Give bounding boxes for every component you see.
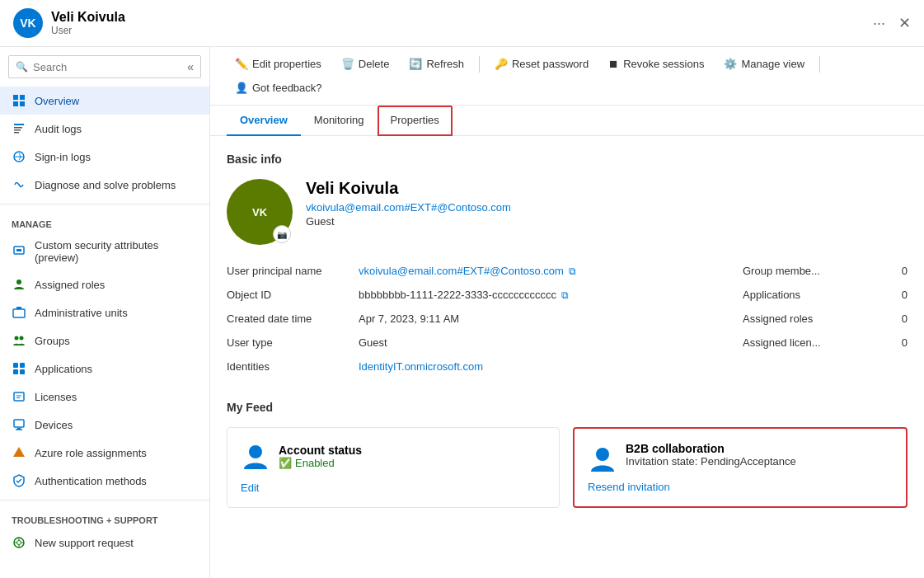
auth-icon: [12, 473, 26, 488]
identities-value: IdentityIT.onmicrosoft.com: [359, 360, 483, 373]
content-area: ✏️ Edit properties 🗑️ Delete 🔄 Refresh 🔑…: [210, 47, 924, 578]
stat-licenses: Assigned licen... 0: [743, 336, 908, 349]
groups-icon: [12, 333, 26, 348]
resend-invitation-link[interactable]: Resend invitation: [588, 481, 893, 493]
manage-view-button[interactable]: ⚙️ Manage view: [715, 54, 813, 74]
sidebar-label-security: Custom security attributes (preview): [35, 239, 198, 264]
top-header: VK Veli Koivula User ··· ✕: [0, 0, 924, 47]
svg-rect-1: [20, 95, 25, 100]
delete-button[interactable]: 🗑️ Delete: [333, 54, 398, 74]
sidebar-label-devices: Devices: [35, 419, 73, 431]
svg-rect-21: [14, 392, 24, 401]
edit-label: Edit properties: [252, 58, 321, 70]
sidebar-item-assigned-roles[interactable]: Assigned roles: [0, 270, 209, 298]
created-value: Apr 7, 2023, 9:11 AM: [359, 312, 459, 325]
field-created: Created date time Apr 7, 2023, 9:11 AM: [227, 312, 710, 325]
b2b-card-subtitle: Invitation state: PendingAcceptance: [626, 455, 796, 468]
stat-label-roles: Assigned roles: [743, 312, 813, 325]
sidebar-item-support[interactable]: New support request: [0, 529, 209, 557]
camera-button[interactable]: 📷: [273, 225, 291, 243]
toolbar-sep-1: [479, 56, 480, 73]
sidebar-label-overview: Overview: [35, 95, 79, 107]
header-more-button[interactable]: ···: [873, 15, 885, 32]
user-email: vkoivula@email.com#EXT#@Contoso.com: [306, 201, 511, 214]
upn-link[interactable]: vkoivula@email.com#EXT#@Contoso.com: [359, 265, 564, 277]
roles-icon: [12, 277, 26, 292]
refresh-button[interactable]: 🔄 Refresh: [401, 54, 472, 74]
oid-copy-icon[interactable]: ⧉: [561, 289, 569, 301]
stat-value-roles: 0: [902, 312, 908, 325]
tab-properties[interactable]: Properties: [378, 106, 453, 136]
sidebar-label-azure: Azure role assignments: [35, 447, 147, 459]
collapse-sidebar-button[interactable]: «: [187, 60, 194, 73]
svg-point-16: [20, 336, 24, 341]
header-user-name: Veli Koivula: [51, 10, 866, 25]
stat-assigned-roles: Assigned roles 0: [743, 312, 908, 325]
sidebar-item-overview[interactable]: Overview: [0, 87, 209, 115]
support-icon: [12, 535, 26, 550]
b2b-card-title: B2B collaboration: [626, 442, 796, 455]
header-close-button[interactable]: ✕: [898, 14, 911, 32]
sidebar-item-signin-logs[interactable]: Sign-in logs: [0, 143, 209, 171]
sidebar-item-groups[interactable]: Groups: [0, 327, 209, 355]
oid-text: bbbbbbbb-1111-2222-3333-cccccccccccc: [359, 289, 556, 301]
sidebar-label-auth: Authentication methods: [35, 475, 147, 487]
reset-password-button[interactable]: 🔑 Reset password: [486, 54, 597, 74]
account-card-header: Account status ✅ Enabled: [241, 441, 546, 471]
feedback-label: Got feedback?: [252, 82, 322, 94]
stat-label-groups: Group membe...: [743, 265, 820, 277]
stat-value-groups: 0: [902, 265, 908, 277]
sidebar-label-roles: Assigned roles: [35, 279, 105, 291]
feedback-icon: 👤: [235, 82, 248, 94]
tab-overview[interactable]: Overview: [227, 106, 301, 136]
stat-applications: Applications 0: [743, 289, 908, 301]
security-icon: [12, 244, 26, 259]
svg-point-34: [596, 448, 609, 461]
identities-link[interactable]: IdentityIT.onmicrosoft.com: [359, 360, 483, 373]
sidebar-item-auth-methods[interactable]: Authentication methods: [0, 467, 209, 495]
svg-point-28: [17, 541, 21, 545]
svg-rect-19: [13, 369, 18, 374]
field-identities: Identities IdentityIT.onmicrosoft.com: [227, 360, 710, 373]
sidebar-item-audit-logs[interactable]: Audit logs: [0, 115, 209, 143]
user-avatar: VK 📷: [227, 179, 293, 245]
delete-icon: 🗑️: [341, 58, 354, 70]
svg-point-12: [16, 280, 21, 284]
tab-monitoring[interactable]: Monitoring: [301, 106, 378, 136]
sidebar-item-diagnose[interactable]: Diagnose and solve problems: [0, 171, 209, 199]
svg-rect-11: [16, 249, 21, 251]
upn-copy-icon[interactable]: ⧉: [569, 266, 576, 277]
svg-point-33: [249, 445, 262, 458]
revoke-button[interactable]: ⏹ Revoke sessions: [600, 54, 712, 74]
feedback-button[interactable]: 👤 Got feedback?: [227, 78, 331, 98]
sidebar-label-diagnose: Diagnose and solve problems: [35, 179, 176, 191]
sidebar-item-applications[interactable]: Applications: [0, 355, 209, 383]
sidebar-label-admin: Administrative units: [35, 307, 128, 319]
account-edit-link[interactable]: Edit: [241, 482, 546, 494]
delete-label: Delete: [359, 58, 390, 70]
user-type-value: Guest: [359, 336, 387, 349]
svg-rect-18: [20, 363, 25, 368]
sidebar-item-licenses[interactable]: Licenses: [0, 383, 209, 411]
upn-value: vkoivula@email.com#EXT#@Contoso.com ⧉: [359, 265, 576, 277]
edit-properties-button[interactable]: ✏️ Edit properties: [227, 54, 330, 74]
stat-value-apps: 0: [902, 289, 908, 301]
devices-icon: [12, 417, 26, 432]
enabled-icon: ✅: [279, 457, 292, 469]
info-grid: User principal name vkoivula@email.com#E…: [227, 265, 908, 384]
user-initials: VK: [252, 206, 267, 219]
feed-section: My Feed Account status: [227, 401, 908, 508]
sidebar-item-custom-security[interactable]: Custom security attributes (preview): [0, 233, 209, 270]
diagnose-icon: [12, 177, 26, 192]
sidebar-item-azure-roles[interactable]: Azure role assignments: [0, 439, 209, 467]
search-box[interactable]: 🔍 «: [8, 55, 201, 78]
user-profile-section: VK 📷 Veli Koivula vkoivula@email.com#EXT…: [227, 179, 908, 245]
edit-icon: ✏️: [235, 58, 248, 70]
sidebar-item-devices[interactable]: Devices: [0, 411, 209, 439]
stats-table: Group membe... 0 Applications 0 Assigned…: [743, 265, 908, 384]
search-input[interactable]: [33, 61, 184, 73]
sidebar-item-admin-units[interactable]: Administrative units: [0, 298, 209, 327]
svg-rect-13: [13, 309, 25, 317]
user-profile-info: Veli Koivula vkoivula@email.com#EXT#@Con…: [306, 179, 511, 228]
basic-info-title: Basic info: [227, 153, 908, 166]
